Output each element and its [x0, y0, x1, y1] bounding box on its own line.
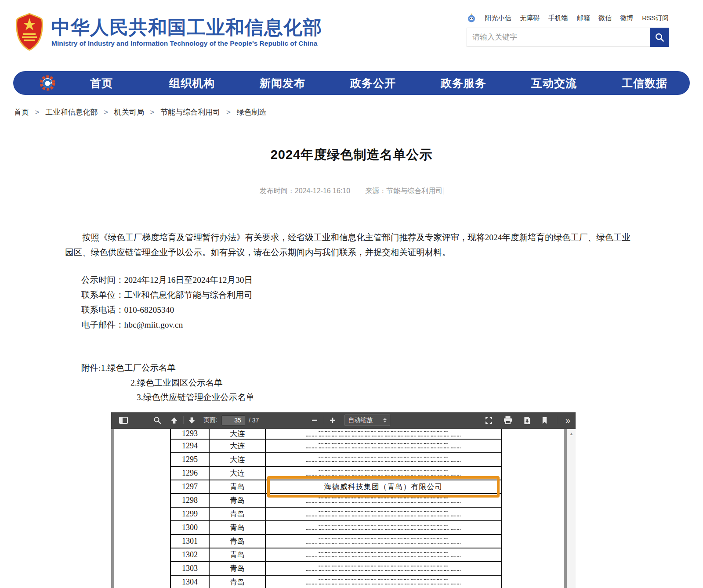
quick-link[interactable]: 微博: [620, 14, 634, 22]
header-right: 阳光小信无障碍手机端邮箱微信微博RSS订阅: [467, 13, 669, 47]
city-cell: 青岛: [210, 521, 266, 534]
presentation-mode-button[interactable]: [483, 415, 494, 426]
search-input[interactable]: [467, 28, 650, 47]
breadcrumb-separator: >: [35, 108, 40, 116]
pdf-viewer: 页面: / 37 自动缩放: [111, 412, 576, 588]
find-button[interactable]: [152, 415, 163, 426]
row-number-cell: 1299: [171, 508, 210, 520]
article-meta: 发布时间：2024-12-16 16:10来源：节能与综合利用司: [0, 187, 703, 196]
table-row: 1302 青岛: [171, 548, 501, 562]
redacted-text-blur: [266, 431, 501, 436]
breadcrumb-separator: >: [104, 108, 108, 116]
company-cell: [266, 548, 501, 561]
city-cell: 大连: [210, 429, 266, 439]
contact-detail-line: 联系单位：工业和信息化部节能与综合利用司: [81, 288, 703, 303]
nav-item[interactable]: 组织机构: [147, 76, 237, 90]
city-cell: 青岛: [210, 562, 266, 575]
nav-item[interactable]: 工信数据: [599, 76, 690, 90]
download-button[interactable]: [522, 415, 533, 426]
nav-item[interactable]: 政务公开: [328, 76, 418, 90]
row-number-cell: 1298: [171, 494, 210, 507]
breadcrumb-link[interactable]: 工业和信息化部: [45, 108, 98, 116]
search-button[interactable]: [650, 28, 669, 47]
breadcrumb: 首页 > 工业和信息化部 > 机关司局 > 节能与综合利用司 > 绿色制造: [14, 107, 703, 117]
city-cell: 青岛: [210, 508, 266, 520]
city-cell: 青岛: [210, 548, 266, 561]
publish-label: 发布时间：: [260, 187, 295, 195]
scrollbar-up-icon[interactable]: ▲: [567, 431, 576, 436]
city-cell: 大连: [210, 467, 266, 480]
row-number-cell: 1293: [171, 429, 210, 439]
toolbar-divider: [183, 416, 184, 424]
breadcrumb-link[interactable]: 首页: [14, 108, 29, 116]
nav-items: 首页组织机构新闻发布政务公开政务服务互动交流工信数据: [56, 76, 690, 90]
site-title: 中华人民共和国工业和信息化部: [51, 16, 322, 38]
more-tools-button[interactable]: »: [565, 416, 571, 425]
contact-detail-line: 公示时间：2024年12月16日至2024年12月30日: [81, 273, 703, 288]
site-subtitle-en: Ministry of Industry and Information Tec…: [51, 40, 322, 47]
page-total: / 37: [249, 417, 259, 424]
quick-link[interactable]: 阳光小信: [485, 14, 511, 22]
toolbar-right-group: »: [483, 415, 571, 426]
pdf-content-area: 1293 大连 1294 大连: [111, 429, 576, 588]
toolbar-divider: [557, 416, 557, 424]
breadcrumb-link[interactable]: 节能与综合利用司: [160, 108, 220, 116]
page-number-input[interactable]: [221, 415, 245, 426]
contact-detail-line: 联系电话：010-68205340: [81, 303, 703, 317]
row-number-cell: 1295: [171, 453, 210, 466]
quick-link[interactable]: 微信: [598, 14, 612, 22]
row-number-cell: 1300: [171, 521, 210, 534]
previous-page-button[interactable]: [169, 415, 180, 426]
company-cell: [266, 576, 501, 588]
row-number-cell: 1296: [171, 467, 210, 480]
company-cell: [266, 429, 501, 439]
main-nav: 首页组织机构新闻发布政务公开政务服务互动交流工信数据: [13, 71, 690, 95]
row-number-cell: 1297: [171, 480, 210, 493]
redacted-text-blur: [266, 511, 501, 516]
redacted-text-blur: [266, 552, 501, 557]
zoom-in-button[interactable]: [328, 415, 337, 425]
contact-detail-line: 电子邮件：hbc@miit.gov.cn: [81, 317, 703, 332]
pdf-table: 1293 大连 1294 大连: [170, 429, 502, 588]
nav-item[interactable]: 互动交流: [509, 76, 599, 90]
nav-item[interactable]: 首页: [56, 76, 147, 90]
pdf-scrollbar[interactable]: ▲: [567, 429, 576, 588]
quick-link[interactable]: RSS订阅: [642, 14, 669, 22]
city-cell: 大连: [210, 453, 266, 466]
nav-item[interactable]: 新闻发布: [237, 76, 328, 90]
zoom-out-button[interactable]: [310, 415, 319, 425]
quick-link[interactable]: 无障碍: [520, 14, 540, 22]
zoom-mode-select[interactable]: 自动缩放: [344, 415, 390, 426]
redacted-text-blur: [266, 457, 501, 462]
toolbar-divider: [324, 416, 324, 424]
attachment-link[interactable]: 2.绿色工业园区公示名单: [81, 375, 703, 390]
print-button[interactable]: [502, 415, 514, 426]
bookmark-button[interactable]: [540, 415, 549, 426]
national-emblem-logo: [15, 12, 43, 51]
breadcrumb-link[interactable]: 机关司局: [114, 108, 144, 116]
company-cell: [266, 440, 501, 452]
source-label: 来源：: [365, 187, 386, 195]
breadcrumb-link[interactable]: 绿色制造: [237, 108, 267, 116]
attachment-link[interactable]: 附件:1.绿色工厂公示名单: [81, 361, 703, 375]
attachment-link[interactable]: 3.绿色供应链管理企业公示名单: [81, 390, 703, 405]
next-page-button[interactable]: [186, 415, 197, 426]
city-cell: 青岛: [210, 494, 266, 507]
company-cell: [266, 562, 501, 575]
quick-link[interactable]: 手机端: [548, 14, 568, 22]
site-brand[interactable]: 中华人民共和国工业和信息化部 Ministry of Industry and …: [15, 12, 322, 51]
redacted-text-blur: [266, 443, 501, 448]
contact-details: 公示时间：2024年12月16日至2024年12月30日联系单位：工业和信息化部…: [81, 273, 703, 332]
source-value: 节能与综合利用司: [386, 187, 442, 195]
quick-link[interactable]: 邮箱: [576, 14, 590, 22]
company-cell: [266, 508, 501, 520]
table-row: 1295 大连: [171, 453, 501, 467]
row-number-cell: 1302: [171, 548, 210, 561]
redacted-text-blur: [266, 470, 501, 476]
sidebar-toggle-button[interactable]: [117, 415, 130, 426]
table-row: 1294 大连: [171, 440, 501, 453]
table-row: 1303 青岛: [171, 562, 501, 576]
company-cell: [266, 521, 501, 534]
table-row: 1293 大连: [171, 429, 501, 440]
nav-item[interactable]: 政务服务: [418, 76, 509, 90]
